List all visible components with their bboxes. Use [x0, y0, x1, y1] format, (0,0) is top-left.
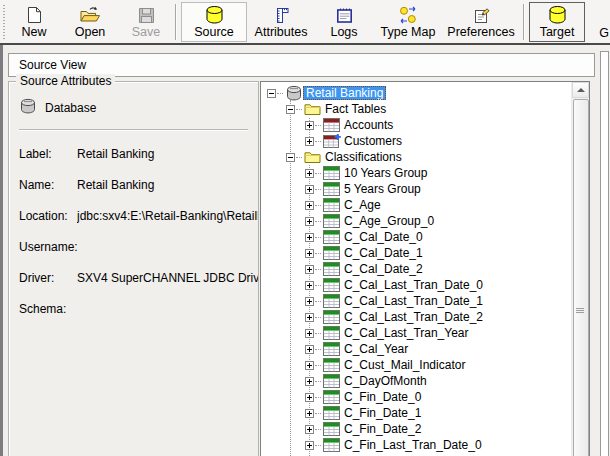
tree-expander-icon[interactable] — [305, 249, 314, 258]
tree-node[interactable]: C_Cust_Mail_Indicator — [261, 357, 572, 373]
tree-node[interactable]: C_Cal_Last_Tran_Year — [261, 325, 572, 341]
tree-node[interactable]: C_Fin_Date_2 — [261, 421, 572, 437]
attributes-button[interactable]: Attributes — [247, 2, 315, 42]
tree-expander-icon[interactable] — [286, 153, 295, 162]
target-database-icon — [547, 4, 568, 24]
new-button[interactable]: New — [9, 2, 59, 42]
name-field: Name: Retail Banking — [19, 176, 258, 194]
tree-node[interactable]: C_Age — [261, 197, 572, 213]
up-arrow-icon — [577, 88, 585, 92]
cut-off-button-label[interactable]: G — [599, 26, 609, 40]
tree-node[interactable]: C_Cal_Date_0 — [261, 229, 572, 245]
tree-node-label: Accounts — [341, 118, 396, 132]
table-green-icon — [322, 214, 341, 229]
tree-node-label: Customers — [341, 134, 405, 148]
tree-node[interactable]: 5 Years Group — [261, 181, 572, 197]
tree-node[interactable]: Retail Banking — [261, 85, 572, 101]
tree-expander-icon[interactable] — [267, 89, 276, 98]
tree-node-label: C_Cal_Year — [341, 342, 411, 356]
tree-node-label: Retail Banking — [303, 86, 386, 100]
tree-connector — [315, 221, 321, 222]
tree-node[interactable]: C_Fin_Date_0 — [261, 389, 572, 405]
content-area: Source View Source Attributes Database L… — [0, 45, 610, 456]
save-button[interactable]: Save — [121, 2, 171, 42]
tree-node[interactable]: C_Cal_Date_2 — [261, 261, 572, 277]
attributes-button-label: Attributes — [255, 25, 308, 39]
tree-node[interactable]: C_Cal_Last_Tran_Date_1 — [261, 293, 572, 309]
tree-connector — [315, 413, 321, 414]
tree-node[interactable]: C_DayOfMonth — [261, 373, 572, 389]
tree-node-label: C_Age_Group_0 — [341, 214, 437, 228]
table-green-icon — [322, 422, 341, 437]
tree-connector — [315, 317, 321, 318]
tree-vertical-scrollbar[interactable] — [571, 82, 589, 456]
tree-expander-icon[interactable] — [305, 233, 314, 242]
source-attributes-legend: Source Attributes — [16, 74, 115, 88]
tree-expander-icon[interactable] — [305, 217, 314, 226]
tree-expander-icon[interactable] — [305, 329, 314, 338]
tree-connector — [315, 205, 321, 206]
target-button[interactable]: Target — [529, 2, 585, 42]
toolbar-separator — [175, 4, 177, 40]
scrollbar-thumb[interactable] — [573, 99, 589, 456]
tree-node[interactable]: Customers — [261, 133, 572, 149]
scrollbar-up-button[interactable] — [572, 82, 589, 98]
tree-node[interactable]: C_Cal_Date_1 — [261, 245, 572, 261]
tree-node[interactable]: 10 Years Group — [261, 165, 572, 181]
tree-expander-icon[interactable] — [305, 137, 314, 146]
tree-node[interactable]: C_Cal_Last_Tran_Date_0 — [261, 277, 572, 293]
tree-node[interactable]: C_Fin_Date_1 — [261, 405, 572, 421]
tree-expander-icon[interactable] — [305, 345, 314, 354]
tree-expander-icon[interactable] — [305, 185, 314, 194]
tree-node-label: C_Cal_Last_Tran_Date_1 — [341, 294, 486, 308]
tree-node[interactable]: C_Age_Group_0 — [261, 213, 572, 229]
source-button[interactable]: Source — [181, 2, 247, 42]
tree-expander-icon[interactable] — [305, 297, 314, 306]
driver-value: SXV4 SuperCHANNEL JDBC Driver — [77, 269, 258, 287]
tree-connector — [315, 349, 321, 350]
open-button[interactable]: Open — [65, 2, 115, 42]
tree-node[interactable]: C_Cal_Year — [261, 341, 572, 357]
table-green-icon — [322, 230, 341, 245]
tree-expander-icon[interactable] — [305, 169, 314, 178]
tree-expander-icon[interactable] — [305, 281, 314, 290]
tree-expander-icon[interactable] — [305, 361, 314, 370]
logs-button-label: Logs — [330, 25, 357, 39]
preferences-button[interactable]: Preferences — [443, 2, 519, 42]
tree-connector — [315, 301, 321, 302]
tree-expander-icon[interactable] — [305, 393, 314, 402]
folder-icon — [303, 102, 322, 117]
toolbar-grip[interactable] — [2, 5, 7, 39]
tree-node[interactable]: C_Cal_Last_Tran_Date_2 — [261, 309, 572, 325]
tree-expander-icon[interactable] — [305, 425, 314, 434]
tree-expander-icon[interactable] — [305, 409, 314, 418]
name-value: Retail Banking — [77, 176, 258, 194]
open-button-label: Open — [75, 25, 106, 39]
tree-expander-icon[interactable] — [305, 441, 314, 450]
type-map-button-label: Type Map — [381, 25, 436, 39]
tree-node-label: 5 Years Group — [341, 182, 424, 196]
label-field: Label: Retail Banking — [19, 145, 258, 163]
logs-notepad-icon — [336, 4, 353, 24]
type-map-button[interactable]: Type Map — [373, 2, 443, 42]
tree-node-label: C_Cal_Date_1 — [341, 246, 426, 260]
table-green-icon — [322, 262, 341, 277]
logs-button[interactable]: Logs — [315, 2, 373, 42]
tree-expander-icon[interactable] — [305, 201, 314, 210]
table-green-icon — [322, 246, 341, 261]
window-right-scrollbar[interactable] — [600, 51, 609, 456]
tree-expander-icon[interactable] — [305, 313, 314, 322]
tree-node[interactable]: Classifications — [261, 149, 572, 165]
tree-expander-icon[interactable] — [305, 121, 314, 130]
tree-node[interactable]: Fact Tables — [261, 101, 572, 117]
tree-expander-icon[interactable] — [305, 377, 314, 386]
table-green-icon — [322, 342, 341, 357]
tree-node[interactable]: Accounts — [261, 117, 572, 133]
tree-connector — [315, 141, 321, 142]
database-type-row: Database — [19, 98, 258, 117]
tree-expander-icon[interactable] — [286, 105, 295, 114]
table-red-plus-icon — [322, 134, 341, 149]
tree-expander-icon[interactable] — [305, 265, 314, 274]
tree-node[interactable]: C_Fin_Last_Tran_Date_0 — [261, 437, 572, 453]
open-folder-icon — [79, 4, 101, 24]
